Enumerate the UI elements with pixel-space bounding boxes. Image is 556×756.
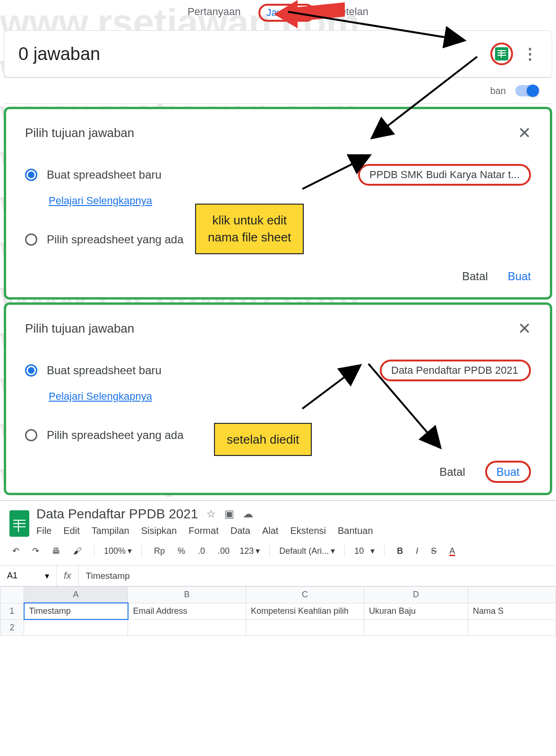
dialog-title: Pilih tujuan jawaban [25, 321, 531, 336]
callout-edit-hint: klik untuk edit nama file sheet [195, 204, 304, 254]
zoom-dropdown[interactable]: 100% ▾ [104, 546, 132, 556]
google-sheets-window: Data Pendaftar PPDB 2021 ☆ ▣ ☁ File Edit… [0, 500, 556, 636]
cancel-button[interactable]: Batal [462, 270, 488, 283]
select-destination-dialog-2: Pilih tujuan jawaban ✕ Buat spreadsheet … [4, 302, 552, 495]
row-header-2[interactable]: 2 [0, 619, 24, 636]
strikethrough-button[interactable]: S [428, 544, 439, 558]
fx-label: fx [57, 566, 79, 586]
redo-icon[interactable]: ↷ [29, 544, 42, 558]
menu-help[interactable]: Bantuan [338, 525, 373, 536]
select-all-corner[interactable] [0, 587, 24, 603]
column-header-a[interactable]: A [24, 587, 128, 603]
cancel-button[interactable]: Batal [439, 465, 465, 478]
table-row[interactable]: 2 [0, 619, 556, 636]
italic-button[interactable]: I [413, 544, 421, 558]
radio-unchecked-icon [25, 429, 37, 441]
decrease-decimal-button[interactable]: .0 [195, 544, 208, 558]
cell-e2[interactable] [468, 619, 556, 636]
option-new-spreadsheet[interactable]: Buat spreadsheet baru PPDB SMK Budi Kary… [25, 164, 531, 186]
menu-format[interactable]: Format [188, 525, 218, 536]
menu-file[interactable]: File [36, 525, 51, 536]
menu-insert[interactable]: Sisipkan [141, 525, 177, 536]
font-size-dropdown[interactable]: 10 ▾ [354, 546, 375, 556]
font-dropdown[interactable]: Default (Ari... ▾ [279, 546, 335, 556]
table-row[interactable]: 1 Timestamp Email Address Kompetensi Kea… [0, 603, 556, 619]
option-new-label: Buat spreadsheet baru [47, 168, 358, 181]
more-menu-icon[interactable]: ⋮ [522, 45, 538, 63]
cell-b1[interactable]: Email Address [128, 603, 246, 619]
column-header-d[interactable]: D [364, 587, 468, 603]
cell-b2[interactable] [128, 619, 246, 636]
increase-decimal-button[interactable]: .00 [215, 544, 232, 558]
spreadsheet-name-input[interactable]: Data Pendaftar PPDB 2021 [380, 360, 531, 381]
spreadsheet-grid[interactable]: A B C D 1 Timestamp Email Address Kompet… [0, 586, 556, 636]
cloud-status-icon[interactable]: ☁ [243, 508, 253, 520]
spreadsheet-name-input[interactable]: PPDB SMK Budi Karya Natar t... [358, 164, 531, 186]
learn-more-link[interactable]: Pelajari Selengkapnya [49, 390, 152, 403]
radio-checked-icon [25, 364, 37, 377]
create-spreadsheet-button[interactable] [490, 43, 513, 65]
dialog-title: Pilih tujuan jawaban [25, 126, 531, 140]
tab-questions[interactable]: Pertanyaan [184, 4, 245, 22]
cell-e1[interactable]: Nama S [468, 603, 556, 619]
create-button[interactable]: Buat [508, 270, 531, 283]
cell-d1[interactable]: Ukuran Baju [364, 603, 468, 619]
close-icon[interactable]: ✕ [518, 123, 531, 142]
responses-header: 0 jawaban ⋮ [4, 30, 552, 77]
menu-extensions[interactable]: Ekstensi [290, 525, 326, 536]
sheets-icon [495, 47, 508, 60]
red-arrow-annotation [274, 0, 350, 30]
cell-d2[interactable] [364, 619, 468, 636]
move-icon[interactable]: ▣ [224, 508, 234, 520]
number-format-dropdown[interactable]: 123 ▾ [240, 546, 260, 556]
dialog-actions: Batal Buat [25, 270, 531, 283]
option-new-label: Buat spreadsheet baru [47, 364, 380, 377]
text-color-button[interactable]: A [446, 544, 458, 558]
menu-tools[interactable]: Alat [262, 525, 278, 536]
select-destination-dialog-1: Pilih tujuan jawaban ✕ Buat spreadsheet … [4, 107, 552, 300]
menu-bar: File Edit Tampilan Sisipkan Format Data … [36, 525, 547, 536]
sheets-logo-icon[interactable] [9, 510, 29, 537]
row-header-1[interactable]: 1 [0, 603, 24, 619]
learn-more-link[interactable]: Pelajari Selengkapnya [49, 195, 152, 207]
column-header-b[interactable]: B [128, 587, 246, 603]
column-header-c[interactable]: C [246, 587, 364, 603]
accepting-toggle[interactable] [515, 85, 538, 96]
toolbar: ↶ ↷ 🖶 🖌 100% ▾ Rp % .0 .00 123 ▾ Default… [0, 537, 556, 566]
formula-bar: A1▾ fx Timestamp [0, 566, 556, 586]
percent-button[interactable]: % [175, 544, 188, 558]
column-header-e[interactable] [468, 587, 556, 603]
menu-data[interactable]: Data [231, 525, 250, 536]
menu-view[interactable]: Tampilan [92, 525, 129, 536]
accepting-label-partial: ban [490, 86, 506, 96]
print-icon[interactable]: 🖶 [49, 544, 63, 558]
name-box[interactable]: A1▾ [0, 566, 57, 586]
accepting-responses-row: ban [4, 77, 552, 104]
menu-edit[interactable]: Edit [63, 525, 79, 536]
star-icon[interactable]: ☆ [206, 508, 216, 520]
callout-after-edit: setelah diedit [214, 423, 312, 456]
document-title[interactable]: Data Pendaftar PPDB 2021 [36, 507, 198, 522]
create-button[interactable]: Buat [485, 461, 531, 483]
cell-a1[interactable]: Timestamp [24, 603, 128, 619]
undo-icon[interactable]: ↶ [9, 544, 22, 558]
dialog-actions: Batal Buat [25, 465, 531, 479]
cell-a2[interactable] [24, 619, 128, 636]
close-icon[interactable]: ✕ [518, 319, 531, 338]
currency-button[interactable]: Rp [151, 544, 168, 558]
paint-format-icon[interactable]: 🖌 [70, 544, 85, 558]
formula-input[interactable]: Timestamp [79, 566, 556, 586]
option-new-spreadsheet[interactable]: Buat spreadsheet baru Data Pendaftar PPD… [25, 360, 531, 381]
radio-unchecked-icon [25, 233, 37, 246]
radio-checked-icon [25, 169, 37, 181]
bold-button[interactable]: B [394, 544, 406, 558]
svg-marker-0 [274, 0, 345, 28]
responses-count: 0 jawaban [18, 44, 490, 64]
cell-c2[interactable] [246, 619, 364, 636]
sheets-header: Data Pendaftar PPDB 2021 ☆ ▣ ☁ File Edit… [0, 507, 556, 537]
cell-c1[interactable]: Kompetensi Keahlian pilih [246, 603, 364, 619]
